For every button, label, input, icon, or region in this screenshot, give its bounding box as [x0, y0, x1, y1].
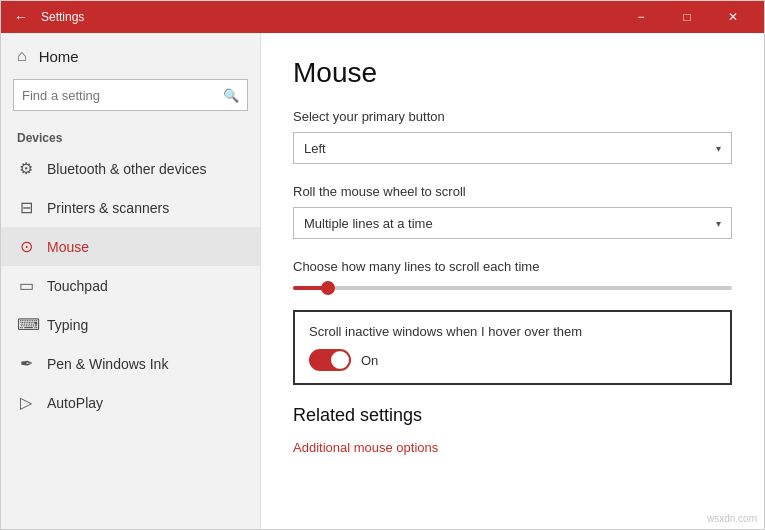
home-label: Home [39, 48, 79, 65]
lines-slider-section: Choose how many lines to scroll each tim… [293, 259, 732, 290]
primary-button-label: Select your primary button [293, 109, 732, 124]
chevron-down-icon-2: ▾ [716, 218, 721, 229]
main-layout: ⌂ Home 🔍 Devices ⚙ Bluetooth & other dev… [1, 33, 764, 529]
slider-track [293, 286, 732, 290]
content-area: Mouse Select your primary button Left ▾ … [261, 33, 764, 529]
scroll-value: Multiple lines at a time [304, 216, 696, 231]
touchpad-icon: ▭ [17, 276, 35, 295]
scroll-inactive-toggle[interactable] [309, 349, 351, 371]
sidebar-item-typing-label: Typing [47, 317, 88, 333]
watermark: wsxdn.com [707, 513, 757, 524]
sidebar-item-autoplay-label: AutoPlay [47, 395, 103, 411]
search-icon: 🔍 [223, 88, 239, 103]
related-settings-title: Related settings [293, 405, 732, 426]
search-box: 🔍 [13, 79, 248, 111]
sidebar-item-printers-label: Printers & scanners [47, 200, 169, 216]
maximize-button[interactable]: □ [664, 1, 710, 33]
sidebar-item-pen[interactable]: ✒ Pen & Windows Ink [1, 344, 260, 383]
search-input[interactable] [22, 88, 217, 103]
close-button[interactable]: ✕ [710, 1, 756, 33]
additional-mouse-options-link[interactable]: Additional mouse options [293, 440, 438, 455]
minimize-button[interactable]: − [618, 1, 664, 33]
sidebar-item-bluetooth[interactable]: ⚙ Bluetooth & other devices [1, 149, 260, 188]
printers-icon: ⊟ [17, 198, 35, 217]
sidebar-item-typing[interactable]: ⌨ Typing [1, 305, 260, 344]
home-icon: ⌂ [17, 47, 27, 65]
typing-icon: ⌨ [17, 315, 35, 334]
lines-label: Choose how many lines to scroll each tim… [293, 259, 732, 274]
sidebar-item-mouse[interactable]: ⊙ Mouse [1, 227, 260, 266]
sidebar-item-home[interactable]: ⌂ Home [1, 33, 260, 79]
slider-thumb[interactable] [321, 281, 335, 295]
sidebar-item-bluetooth-label: Bluetooth & other devices [47, 161, 207, 177]
sidebar-item-pen-label: Pen & Windows Ink [47, 356, 168, 372]
toggle-state-label: On [361, 353, 378, 368]
back-button[interactable]: ← [9, 5, 33, 29]
window-controls: − □ ✕ [618, 1, 756, 33]
primary-button-value: Left [304, 141, 696, 156]
titlebar: ← Settings − □ ✕ [1, 1, 764, 33]
chevron-down-icon: ▾ [716, 143, 721, 154]
titlebar-title: Settings [41, 10, 618, 24]
toggle-row: On [309, 349, 716, 371]
bluetooth-icon: ⚙ [17, 159, 35, 178]
page-title: Mouse [293, 57, 732, 89]
primary-button-dropdown[interactable]: Left ▾ [293, 132, 732, 164]
sidebar-item-mouse-label: Mouse [47, 239, 89, 255]
scroll-inactive-label: Scroll inactive windows when I hover ove… [309, 324, 716, 339]
autoplay-icon: ▷ [17, 393, 35, 412]
scroll-inactive-box: Scroll inactive windows when I hover ove… [293, 310, 732, 385]
sidebar: ⌂ Home 🔍 Devices ⚙ Bluetooth & other dev… [1, 33, 261, 529]
scroll-label: Roll the mouse wheel to scroll [293, 184, 732, 199]
scroll-dropdown[interactable]: Multiple lines at a time ▾ [293, 207, 732, 239]
sidebar-item-autoplay[interactable]: ▷ AutoPlay [1, 383, 260, 422]
toggle-thumb [331, 351, 349, 369]
sidebar-item-printers[interactable]: ⊟ Printers & scanners [1, 188, 260, 227]
sidebar-section-label: Devices [1, 123, 260, 149]
sidebar-item-touchpad[interactable]: ▭ Touchpad [1, 266, 260, 305]
sidebar-item-touchpad-label: Touchpad [47, 278, 108, 294]
mouse-icon: ⊙ [17, 237, 35, 256]
pen-icon: ✒ [17, 354, 35, 373]
